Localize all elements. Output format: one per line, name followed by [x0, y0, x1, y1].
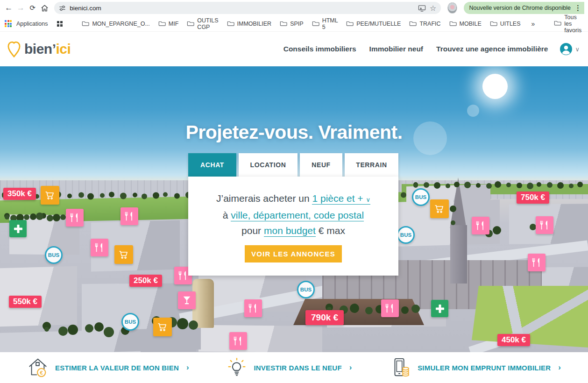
site-info-icon[interactable] — [59, 5, 66, 12]
restaurant-icon — [475, 220, 486, 231]
restaurant-pin — [91, 239, 108, 256]
folder-icon — [312, 21, 319, 27]
restaurant-pin — [120, 207, 138, 225]
bookmark-label: OUTILS CGP — [197, 17, 218, 30]
restaurant-icon — [94, 242, 105, 253]
bookmarks-overflow-icon[interactable]: » — [528, 20, 539, 28]
bus-stop-pin: BUS — [397, 226, 415, 244]
tab-neuf[interactable]: NEUF — [300, 153, 342, 177]
chevron-down-icon: ∨ — [366, 196, 370, 203]
logo-text-dark: bien’ — [24, 41, 56, 57]
address-bar[interactable]: bienici.com ☆ — [54, 2, 441, 14]
pharmacy-pin — [9, 220, 27, 237]
restaurant-pin — [229, 332, 247, 350]
folder-icon — [227, 21, 234, 27]
account-menu[interactable]: ∨ — [560, 43, 580, 55]
bookmark-folder-item[interactable]: OUTILS CGP — [183, 18, 222, 29]
hero-title: Projetez-vous. Vraiment. — [0, 121, 588, 143]
restaurant-pin — [536, 216, 553, 234]
bus-stop-pin: BUS — [297, 281, 315, 298]
location-input[interactable]: ville, département, code postal — [231, 210, 364, 221]
send-to-device-icon[interactable] — [418, 5, 426, 12]
profile-avatar[interactable] — [447, 2, 457, 14]
bus-stop-pin: BUS — [121, 313, 139, 331]
restaurant-pin — [66, 209, 84, 227]
bookmark-folder-item[interactable]: SPIP — [276, 18, 308, 29]
shopping-pin — [114, 245, 133, 264]
tab-location[interactable]: LOCATION — [239, 153, 298, 177]
kebab-menu-icon[interactable]: ⋮ — [574, 4, 581, 12]
bookmark-folder-item[interactable]: IMMOBILIER — [223, 18, 276, 29]
bookmark-label: SPIP — [290, 21, 304, 27]
budget-label: pour — [241, 225, 261, 236]
folder-icon — [346, 21, 354, 27]
chevron-right-icon: › — [558, 363, 561, 372]
back-icon[interactable]: ← — [4, 2, 14, 14]
map-building — [198, 325, 322, 352]
map-church-tower — [450, 225, 467, 284]
sun — [482, 74, 508, 99]
search-card: J’aimerais acheter un 1 pièce et + ∨ à v… — [188, 177, 398, 276]
bookmark-folder-item[interactable]: HTML 5 — [308, 18, 342, 29]
bookmark-label: HTML 5 — [322, 17, 338, 30]
house-euro-icon: € — [27, 357, 49, 378]
price-tag: 350k € — [3, 188, 36, 200]
shopping-pin — [41, 186, 59, 205]
map-trees — [413, 183, 418, 188]
restaurant-pin — [528, 254, 545, 271]
footer-action-3[interactable]: SIMULER MON EMPRUNT IMMOBILIER› — [390, 357, 561, 378]
phone-coins-icon — [390, 357, 411, 378]
bookmark-label: MON_EPARGNE_O... — [92, 21, 149, 27]
map-trees — [451, 220, 455, 225]
rooms-select[interactable]: 1 pièce et + ∨ — [312, 193, 370, 205]
lightbulb-icon — [227, 357, 247, 378]
bienici-logo[interactable]: bien’ici — [7, 40, 71, 58]
pharmacy-plus-icon — [434, 303, 446, 314]
bookmark-star-icon[interactable]: ☆ — [430, 4, 436, 13]
bookmark-folder-item[interactable]: TRAFIC — [405, 18, 445, 29]
cart-icon — [44, 190, 56, 201]
restaurant-icon — [539, 220, 550, 230]
forward-icon[interactable]: → — [16, 2, 26, 14]
price-tag: 550k € — [9, 296, 42, 308]
footer-action-2[interactable]: INVESTIR DANS LE NEUF› — [227, 357, 352, 378]
url-text[interactable]: bienici.com — [70, 5, 414, 12]
bookmark-folder-item[interactable]: PEE/MUTUELLE — [342, 18, 405, 29]
folder-icon — [158, 21, 166, 27]
footer-quick-links: € ESTIMER LA VALEUR DE MON BIEN› INVESTI… — [0, 352, 588, 383]
main-nav: Conseils immobiliersImmobilier neufTrouv… — [283, 45, 548, 53]
all-bookmarks-folder[interactable]: Tous les favoris — [550, 18, 586, 29]
bar-pin — [178, 291, 196, 309]
reading-list-grid-icon[interactable] — [57, 21, 63, 27]
see-listings-button[interactable]: VOIR LES ANNONCES — [245, 245, 342, 262]
cart-icon — [434, 203, 445, 214]
home-icon[interactable] — [40, 2, 50, 14]
nav-item-trouvez-une-agence-immobili-re[interactable]: Trouvez une agence immobilière — [436, 45, 548, 53]
apps-label[interactable]: Applications — [16, 21, 48, 27]
bookmarks-bar: Applications MON_EPARGNE_O... MIF OUTILS… — [0, 16, 588, 32]
nav-item-conseils-immobiliers[interactable]: Conseils immobiliers — [283, 45, 356, 53]
user-account-icon — [560, 43, 572, 55]
footer-action-1[interactable]: € ESTIMER LA VALEUR DE MON BIEN› — [27, 357, 189, 378]
folder-icon — [280, 21, 287, 27]
footer-action-label: SIMULER MON EMPRUNT IMMOBILIER — [418, 364, 551, 372]
restaurant-icon — [531, 257, 542, 268]
tab-terrain[interactable]: TERRAIN — [345, 153, 398, 177]
bus-stop-pin: BUS — [412, 188, 430, 206]
bookmark-folder-item[interactable]: UITLES — [486, 18, 525, 29]
tab-achat[interactable]: ACHAT — [188, 153, 236, 177]
bookmark-folder-item[interactable]: MIF — [154, 18, 183, 29]
chrome-update-badge[interactable]: Nouvelle version de Chrome disponible ⋮ — [464, 2, 584, 14]
bookmark-folder-item[interactable]: MON_EPARGNE_O... — [78, 18, 154, 29]
logo-text-accent: ici — [56, 41, 71, 57]
reload-icon[interactable]: ⟳ — [28, 2, 38, 14]
nav-item-immobilier-neuf[interactable]: Immobilier neuf — [369, 45, 423, 53]
apps-grid-icon[interactable] — [5, 20, 12, 27]
folder-icon — [449, 21, 457, 27]
price-tag: 450k € — [497, 334, 530, 346]
bookmark-folder-item[interactable]: MOBILE — [445, 18, 486, 29]
folder-icon — [187, 21, 194, 27]
cocktail-icon — [182, 295, 192, 305]
shopping-pin — [153, 318, 172, 336]
budget-input[interactable]: mon budget — [264, 225, 316, 237]
